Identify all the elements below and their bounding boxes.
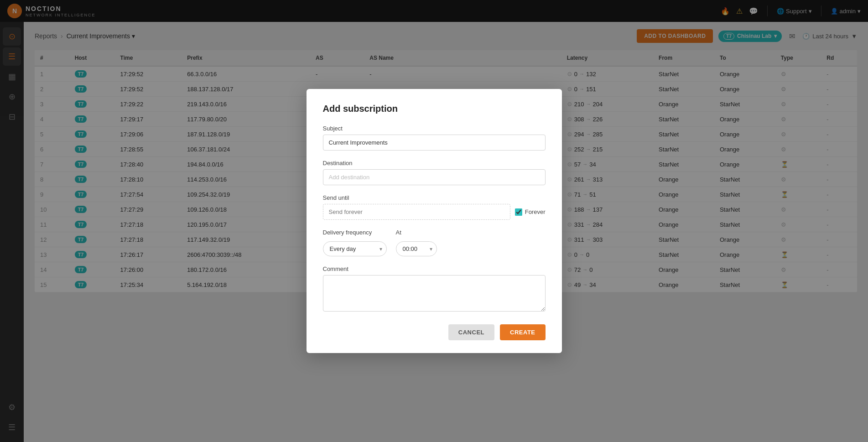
destination-input[interactable]	[323, 169, 546, 185]
subject-input[interactable]	[323, 135, 546, 151]
send-until-label: Send until	[323, 194, 546, 201]
modal-title: Add subscription	[323, 104, 546, 114]
add-subscription-modal: Add subscription Subject Destination Sen…	[307, 89, 562, 353]
modal-footer: CANCEL CREATE	[323, 324, 546, 340]
forever-label: Forever	[515, 208, 546, 216]
forever-checkbox[interactable]	[515, 208, 522, 216]
at-label: At	[396, 229, 437, 236]
delivery-row: Delivery frequency Every day Every week …	[323, 229, 546, 256]
frequency-select-wrapper: Every day Every week Every month	[323, 241, 387, 256]
comment-group: Comment	[323, 265, 546, 313]
create-button[interactable]: CREATE	[500, 324, 545, 340]
delivery-freq-label: Delivery frequency	[323, 229, 387, 236]
send-until-group: Send until Forever	[323, 194, 546, 220]
at-select-wrapper: 00:00 01:00 06:00 12:00 18:00	[396, 241, 437, 256]
subject-group: Subject	[323, 125, 546, 151]
delivery-freq-group: Delivery frequency Every day Every week …	[323, 229, 546, 256]
at-select[interactable]: 00:00 01:00 06:00 12:00 18:00	[396, 241, 437, 256]
at-group: At 00:00 01:00 06:00 12:00 18:00	[396, 229, 437, 256]
modal-overlay[interactable]: Add subscription Subject Destination Sen…	[0, 0, 868, 442]
send-until-row: Forever	[323, 204, 546, 220]
frequency-select[interactable]: Every day Every week Every month	[323, 241, 387, 256]
comment-label: Comment	[323, 265, 546, 272]
destination-label: Destination	[323, 160, 546, 166]
cancel-button[interactable]: CANCEL	[448, 324, 494, 340]
destination-group: Destination	[323, 160, 546, 185]
subject-label: Subject	[323, 125, 546, 132]
send-until-input[interactable]	[323, 204, 510, 220]
frequency-group: Delivery frequency Every day Every week …	[323, 229, 387, 256]
comment-textarea[interactable]	[323, 275, 546, 312]
